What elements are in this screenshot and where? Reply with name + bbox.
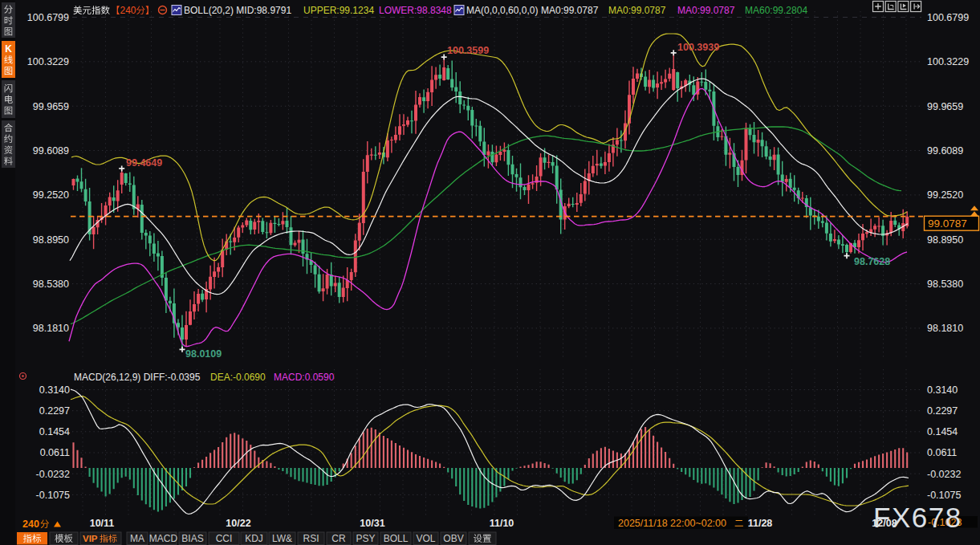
svg-text:K: K [5,43,12,55]
svg-text:UPPER:99.1234: UPPER:99.1234 [303,5,374,16]
svg-text:LW&: LW& [272,533,292,544]
svg-text:OBV: OBV [443,533,463,544]
svg-text:FX678: FX678 [873,502,962,533]
svg-text:99.6089: 99.6089 [33,145,69,157]
svg-text:LOWER:98.8348: LOWER:98.8348 [379,5,452,16]
svg-text:99.2520: 99.2520 [927,189,963,201]
svg-text:-0.0232: -0.0232 [927,469,961,480]
svg-text:CCI: CCI [216,533,233,544]
svg-text:100.3599: 100.3599 [447,45,489,56]
svg-text:99.9659: 99.9659 [33,101,69,112]
svg-text:99.0787: 99.0787 [928,218,967,230]
svg-text:2025/11/18 22:00~02:00: 2025/11/18 22:00~02:00 [618,518,726,529]
svg-text:0.0611: 0.0611 [927,447,957,458]
svg-text:98.1810: 98.1810 [927,323,963,334]
svg-text:10/31: 10/31 [360,518,384,529]
svg-text:98.1810: 98.1810 [33,323,69,334]
svg-text:98.5380: 98.5380 [33,279,69,290]
svg-text:240: 240 [22,519,39,530]
svg-text:VOL: VOL [416,533,435,544]
svg-text:MA(0,0,0,60,0,0): MA(0,0,0,60,0,0) [466,5,538,16]
svg-text:CR: CR [331,533,346,544]
svg-text:99.2520: 99.2520 [33,189,69,201]
svg-text:98.8950: 98.8950 [927,234,963,246]
svg-text:0.1454: 0.1454 [927,426,958,437]
svg-text:MACD:0.0590: MACD:0.0590 [274,372,335,383]
svg-text:0.1454: 0.1454 [39,426,70,437]
svg-text:MA0:99.0787: MA0:99.0787 [541,5,599,16]
svg-text:100.6799: 100.6799 [27,12,69,23]
svg-text:0.3140: 0.3140 [927,384,958,396]
svg-text:-0.1075: -0.1075 [36,490,70,501]
svg-text:-0.0232: -0.0232 [36,469,70,480]
svg-text:11/28: 11/28 [748,518,773,529]
svg-text:98.7628: 98.7628 [854,256,890,267]
svg-text:0.2297: 0.2297 [39,405,70,417]
svg-text:MA0:99.0787: MA0:99.0787 [608,5,666,16]
svg-text:VIP: VIP [83,534,98,543]
svg-text:BIAS: BIAS [181,533,203,544]
svg-text:0.3140: 0.3140 [39,384,70,396]
svg-text:99.9659: 99.9659 [927,101,963,112]
svg-text:100.3939: 100.3939 [677,42,719,53]
svg-text:240: 240 [120,5,136,16]
svg-text:MA: MA [130,533,144,544]
svg-text:100.3229: 100.3229 [27,56,69,67]
svg-text:MACD(26,12,9) DIFF:-0.0395: MACD(26,12,9) DIFF:-0.0395 [74,372,201,383]
svg-text:98.0109: 98.0109 [185,348,222,360]
svg-text:MA0:99.0787: MA0:99.0787 [677,5,735,16]
svg-text:DEA:-0.0690: DEA:-0.0690 [210,372,266,383]
svg-text:0.2297: 0.2297 [927,405,958,417]
svg-text:MACD: MACD [149,533,178,544]
svg-text:100.3229: 100.3229 [927,56,969,67]
svg-text:99.4649: 99.4649 [126,157,162,169]
svg-text:BOLL(20,2) MID:98.9791: BOLL(20,2) MID:98.9791 [184,5,291,16]
svg-text:KDJ: KDJ [245,533,263,544]
svg-text:100.6799: 100.6799 [927,12,969,23]
svg-text:-0.1075: -0.1075 [927,490,961,501]
svg-text:RSI: RSI [303,533,319,544]
svg-text:MA60:99.2804: MA60:99.2804 [745,5,807,16]
svg-text:10/11: 10/11 [90,518,115,529]
svg-text:11/10: 11/10 [490,518,514,529]
svg-text:99.6089: 99.6089 [927,145,963,157]
svg-text:PSY: PSY [356,533,375,544]
svg-text:BOLL: BOLL [384,533,409,544]
svg-text:98.5380: 98.5380 [927,279,963,290]
svg-text:0.0611: 0.0611 [40,447,70,458]
svg-text:10/22: 10/22 [226,518,250,529]
svg-text:98.8950: 98.8950 [33,234,69,246]
